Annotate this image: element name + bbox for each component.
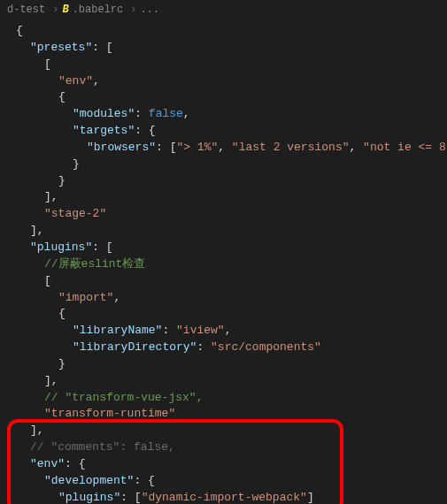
json-key: "plugins"	[58, 491, 120, 504]
breadcrumb: d-test › B .babelrc › ...	[0, 0, 447, 19]
json-string: "iview"	[176, 324, 225, 337]
json-key: "libraryDirectory"	[73, 340, 197, 354]
json-key: "browsers"	[87, 141, 156, 154]
json-key: "targets"	[73, 124, 135, 137]
json-string: "transform-runtime"	[44, 407, 175, 420]
json-key: "development"	[44, 474, 134, 487]
json-key: "presets"	[30, 41, 92, 54]
json-key: "modules"	[73, 107, 135, 120]
json-string: "dynamic-import-webpack"	[142, 491, 307, 504]
breadcrumb-ellipsis: ...	[140, 4, 159, 16]
json-string: "src/components"	[211, 340, 321, 354]
babel-file-icon: B	[62, 4, 68, 16]
json-string: "import"	[58, 291, 113, 304]
json-string: "env"	[58, 74, 93, 88]
code-comment: //屏蔽eslint检查	[44, 257, 145, 271]
json-keyword: false	[149, 107, 183, 120]
json-string: "not ie <= 8"	[363, 141, 447, 154]
code-comment: // "transform-vue-jsx",	[44, 391, 203, 404]
json-string: "stage-2"	[44, 207, 106, 220]
code-editor[interactable]: { "presets": [ [ "env", { "modules": fal…	[0, 19, 447, 504]
json-key: "plugins"	[30, 241, 92, 254]
breadcrumb-file[interactable]: .babelrc	[73, 4, 124, 16]
breadcrumb-folder[interactable]: d-test	[7, 4, 45, 16]
code-comment: // "comments": false,	[30, 440, 175, 454]
chevron-right-icon: ›	[52, 4, 58, 16]
chevron-right-icon: ›	[130, 4, 136, 16]
json-string: "> 1%"	[176, 141, 218, 154]
json-key: "libraryName"	[73, 324, 162, 337]
json-key: "env"	[30, 457, 65, 470]
json-string: "last 2 versions"	[232, 141, 350, 154]
